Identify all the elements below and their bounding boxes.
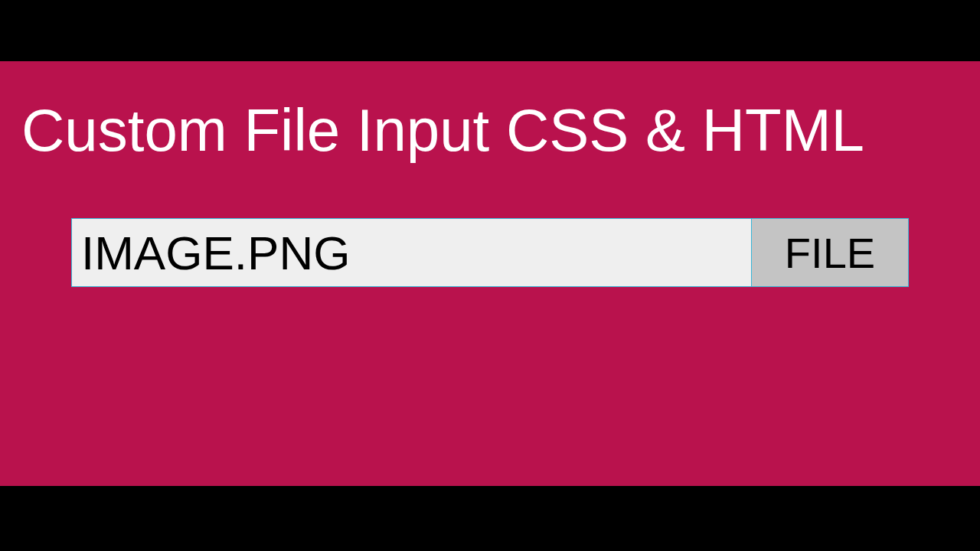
page-title: Custom File Input CSS & HTML	[0, 61, 980, 165]
file-name-input[interactable]: IMAGE.PNG	[72, 219, 751, 286]
file-browse-button[interactable]: FILE	[751, 219, 908, 286]
content-area: Custom File Input CSS & HTML IMAGE.PNG F…	[0, 61, 980, 486]
file-input-container: IMAGE.PNG FILE	[71, 218, 909, 287]
